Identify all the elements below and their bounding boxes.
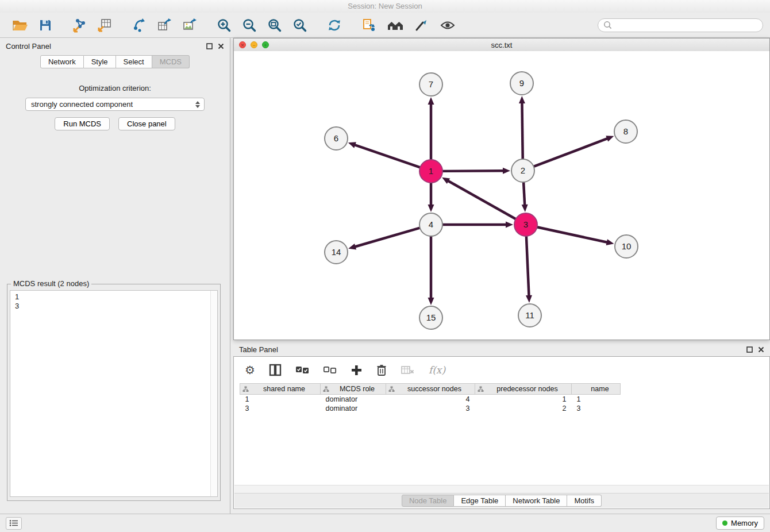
apply-layout-button[interactable]: [326, 17, 343, 34]
close-table-panel-icon[interactable]: [758, 346, 764, 353]
create-column-button[interactable]: [351, 364, 362, 376]
svg-text:9: 9: [519, 78, 524, 88]
tab-network[interactable]: Network: [40, 55, 84, 68]
import-table-button[interactable]: [96, 17, 113, 34]
mcds-result-group: MCDS result (2 nodes) 1 3: [7, 284, 221, 501]
export-table-button[interactable]: [156, 17, 173, 34]
graph-node-14[interactable]: 14: [325, 241, 348, 264]
zoom-in-button[interactable]: [215, 17, 233, 34]
table-settings-button[interactable]: ⚙: [245, 364, 255, 376]
tab-motifs[interactable]: Motifs: [567, 495, 602, 507]
table-panel-header: Table Panel: [233, 342, 770, 356]
table-cell: 1: [572, 395, 621, 404]
optimization-criterion-select[interactable]: strongly connected component: [25, 98, 205, 111]
graph-node-6[interactable]: 6: [325, 127, 348, 150]
tab-network-table[interactable]: Network Table: [506, 495, 567, 507]
columns-icon: [269, 364, 282, 376]
column-header-successor-nodes[interactable]: successor nodes: [386, 384, 475, 395]
table-row[interactable]: 3dominator323: [240, 404, 621, 413]
import-network-button[interactable]: [71, 17, 88, 34]
graph-edge-3-10[interactable]: [537, 227, 608, 242]
graph-edge-2-3[interactable]: [523, 182, 525, 206]
tab-style[interactable]: Style: [84, 55, 116, 68]
horizontal-scrollbar[interactable]: [234, 485, 769, 494]
graph-edge-3-1[interactable]: [448, 180, 516, 219]
memory-button[interactable]: Memory: [716, 516, 764, 530]
show-columns-button[interactable]: [269, 364, 282, 376]
column-header-name[interactable]: name: [572, 384, 621, 395]
import-network-icon: [72, 18, 87, 33]
deselect-all-button[interactable]: [323, 365, 337, 375]
tab-node-table[interactable]: Node Table: [402, 495, 455, 507]
graph-edge-2-9[interactable]: [522, 102, 522, 159]
float-panel-icon[interactable]: [206, 43, 213, 49]
column-type-icon: [388, 386, 395, 392]
network-graph[interactable]: 7968124314101511: [234, 51, 769, 340]
table-row[interactable]: 1dominator411: [240, 395, 621, 404]
float-table-panel-icon[interactable]: [746, 346, 753, 353]
graph-edge-arrowhead: [519, 96, 525, 103]
table-tabs: Node Table Edge Table Network Table Moti…: [234, 494, 769, 508]
open-session-button[interactable]: [11, 17, 29, 33]
eye-icon: [440, 18, 456, 33]
graph-node-11[interactable]: 11: [518, 304, 541, 327]
zoom-selected-button[interactable]: [291, 17, 309, 34]
selected-criterion: strongly connected component: [31, 100, 195, 109]
graph-node-9[interactable]: 9: [510, 72, 533, 95]
graph-edge-4-14[interactable]: [355, 228, 420, 247]
tab-edge-table[interactable]: Edge Table: [454, 495, 506, 507]
graph-edge-1-6[interactable]: [354, 145, 420, 168]
export-image-icon: [182, 18, 197, 33]
graph-edge-2-8[interactable]: [534, 138, 608, 167]
table-cell: 3: [386, 404, 475, 413]
column-header-mcds-role[interactable]: MCDS role: [321, 384, 386, 395]
result-scrollbar[interactable]: [210, 291, 217, 496]
export-table-icon: [157, 18, 172, 33]
table-cell: 1: [240, 395, 321, 404]
save-session-button[interactable]: [37, 17, 53, 33]
graph-node-10[interactable]: 10: [615, 235, 638, 258]
tab-select[interactable]: Select: [116, 55, 152, 68]
graph-node-1[interactable]: 1: [419, 160, 442, 183]
control-panel: Control Panel Network Style Select MCDS …: [0, 38, 230, 514]
zoom-fit-button[interactable]: [266, 17, 283, 34]
search-input[interactable]: [615, 20, 757, 30]
plus-icon: [351, 364, 362, 376]
graph-node-8[interactable]: 8: [614, 120, 637, 143]
delete-table-button: [401, 365, 415, 375]
column-header-predecessor-nodes[interactable]: predecessor nodes: [475, 384, 572, 395]
zoom-out-button[interactable]: [241, 17, 258, 34]
column-type-icon: [242, 386, 249, 392]
graph-node-4[interactable]: 4: [419, 213, 442, 236]
delete-column-button[interactable]: [376, 364, 387, 376]
svg-text:4: 4: [429, 219, 433, 229]
export-image-button[interactable]: [181, 17, 198, 34]
graph-node-3[interactable]: 3: [514, 213, 537, 236]
show-graphics-details-button[interactable]: [438, 17, 457, 34]
tab-mcds[interactable]: MCDS: [152, 55, 190, 68]
export-network-button[interactable]: [130, 17, 148, 34]
select-all-button[interactable]: [295, 365, 309, 375]
delete-table-icon: [401, 365, 415, 375]
graph-node-2[interactable]: 2: [511, 159, 534, 182]
search-box[interactable]: [598, 18, 763, 32]
graph-node-7[interactable]: 7: [419, 73, 442, 96]
close-panel-button[interactable]: Close panel: [118, 117, 175, 130]
control-panel-title: Control Panel: [6, 42, 201, 51]
graph-edge-1-2[interactable]: [442, 171, 504, 171]
column-header-shared-name[interactable]: shared name: [240, 384, 321, 395]
task-history-button[interactable]: [6, 517, 22, 530]
window-title: Session: New Session: [348, 2, 422, 10]
show-all-networks-button[interactable]: [386, 17, 405, 33]
mcds-result-list[interactable]: 1 3: [10, 290, 218, 497]
clone-network-button[interactable]: [360, 17, 378, 34]
hide-panel-button[interactable]: [413, 17, 430, 34]
zoom-in-icon: [217, 18, 232, 33]
run-mcds-button[interactable]: Run MCDS: [55, 117, 110, 130]
graph-node-15[interactable]: 15: [419, 306, 442, 329]
network-canvas[interactable]: 7968124314101511: [234, 51, 769, 340]
column-label: name: [591, 385, 609, 393]
close-panel-icon[interactable]: [218, 43, 224, 49]
graph-edge-3-11[interactable]: [526, 236, 529, 296]
column-label: successor nodes: [407, 385, 461, 393]
